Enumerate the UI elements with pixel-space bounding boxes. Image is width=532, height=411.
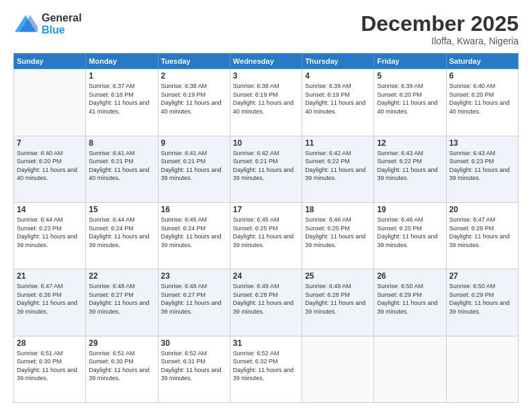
table-row: 3Sunrise: 6:38 AMSunset: 6:19 PMDaylight… [230, 69, 302, 136]
logo: General Blue [13, 12, 82, 36]
day-info: Sunrise: 6:48 AMSunset: 6:27 PMDaylight:… [161, 282, 227, 316]
table-row: 11Sunrise: 6:42 AMSunset: 6:22 PMDayligh… [302, 136, 374, 202]
col-friday: Friday [374, 54, 446, 69]
table-row: 2Sunrise: 6:38 AMSunset: 6:19 PMDaylight… [158, 69, 230, 136]
table-row [302, 336, 374, 402]
day-info: Sunrise: 6:41 AMSunset: 6:21 PMDaylight:… [89, 149, 154, 183]
col-thursday: Thursday [302, 54, 374, 69]
day-info: Sunrise: 6:47 AMSunset: 6:26 PMDaylight:… [17, 282, 83, 316]
day-number: 18 [305, 205, 371, 214]
day-info: Sunrise: 6:42 AMSunset: 6:22 PMDaylight:… [305, 149, 371, 183]
day-number: 11 [305, 138, 371, 148]
day-number: 6 [449, 71, 515, 81]
location: Iloffa, Kwara, Nigeria [361, 36, 519, 46]
col-monday: Monday [86, 54, 158, 69]
day-number: 22 [89, 271, 154, 281]
day-info: Sunrise: 6:42 AMSunset: 6:21 PMDaylight:… [233, 149, 299, 183]
day-number: 12 [377, 138, 443, 148]
day-number: 27 [449, 271, 515, 281]
table-row: 15Sunrise: 6:44 AMSunset: 6:24 PMDayligh… [86, 202, 158, 269]
day-info: Sunrise: 6:40 AMSunset: 6:20 PMDaylight:… [17, 149, 83, 183]
day-info: Sunrise: 6:38 AMSunset: 6:19 PMDaylight:… [161, 82, 227, 116]
table-row: 12Sunrise: 6:43 AMSunset: 6:22 PMDayligh… [374, 136, 446, 202]
day-info: Sunrise: 6:51 AMSunset: 6:30 PMDaylight:… [89, 349, 154, 383]
table-row: 26Sunrise: 6:50 AMSunset: 6:29 PMDayligh… [374, 269, 446, 336]
day-info: Sunrise: 6:43 AMSunset: 6:23 PMDaylight:… [449, 149, 515, 183]
day-info: Sunrise: 6:49 AMSunset: 6:28 PMDaylight:… [305, 282, 371, 316]
calendar-header-row: Sunday Monday Tuesday Wednesday Thursday… [14, 54, 519, 69]
day-info: Sunrise: 6:44 AMSunset: 6:24 PMDaylight:… [89, 216, 154, 249]
header: General Blue December 2025 Iloffa, Kwara… [13, 12, 519, 46]
day-info: Sunrise: 6:52 AMSunset: 6:32 PMDaylight:… [233, 349, 299, 383]
table-row: 21Sunrise: 6:47 AMSunset: 6:26 PMDayligh… [14, 269, 86, 336]
day-info: Sunrise: 6:46 AMSunset: 6:25 PMDaylight:… [377, 216, 443, 249]
day-info: Sunrise: 6:37 AMSunset: 6:18 PMDaylight:… [89, 82, 154, 116]
day-number: 20 [449, 205, 515, 214]
calendar-row: 7Sunrise: 6:40 AMSunset: 6:20 PMDaylight… [14, 136, 519, 202]
table-row: 6Sunrise: 6:40 AMSunset: 6:20 PMDaylight… [446, 69, 518, 136]
table-row: 10Sunrise: 6:42 AMSunset: 6:21 PMDayligh… [230, 136, 302, 202]
calendar-row: 14Sunrise: 6:44 AMSunset: 6:23 PMDayligh… [14, 202, 519, 269]
day-number: 25 [305, 271, 371, 281]
day-number: 21 [17, 271, 83, 281]
day-number: 10 [233, 138, 299, 148]
day-number: 9 [161, 138, 227, 148]
table-row: 24Sunrise: 6:49 AMSunset: 6:28 PMDayligh… [230, 269, 302, 336]
day-info: Sunrise: 6:46 AMSunset: 6:25 PMDaylight:… [305, 216, 371, 249]
day-number: 14 [17, 205, 83, 214]
day-number: 17 [233, 205, 299, 214]
table-row: 16Sunrise: 6:45 AMSunset: 6:24 PMDayligh… [158, 202, 230, 269]
day-info: Sunrise: 6:50 AMSunset: 6:29 PMDaylight:… [377, 282, 443, 316]
table-row: 13Sunrise: 6:43 AMSunset: 6:23 PMDayligh… [446, 136, 518, 202]
day-number: 28 [17, 338, 83, 348]
day-number: 23 [161, 271, 227, 281]
day-number: 2 [161, 71, 227, 81]
table-row: 14Sunrise: 6:44 AMSunset: 6:23 PMDayligh… [14, 202, 86, 269]
day-number: 8 [89, 138, 154, 148]
col-wednesday: Wednesday [230, 54, 302, 69]
day-info: Sunrise: 6:51 AMSunset: 6:30 PMDaylight:… [17, 349, 83, 383]
table-row: 22Sunrise: 6:48 AMSunset: 6:27 PMDayligh… [86, 269, 158, 336]
table-row: 29Sunrise: 6:51 AMSunset: 6:30 PMDayligh… [86, 336, 158, 402]
day-info: Sunrise: 6:45 AMSunset: 6:25 PMDaylight:… [233, 216, 299, 249]
day-number: 30 [161, 338, 227, 348]
logo-icon [13, 14, 38, 34]
day-number: 19 [377, 205, 443, 214]
table-row: 4Sunrise: 6:39 AMSunset: 6:19 PMDaylight… [302, 69, 374, 136]
table-row [14, 69, 86, 136]
calendar-table: Sunday Monday Tuesday Wednesday Thursday… [13, 53, 519, 403]
table-row: 28Sunrise: 6:51 AMSunset: 6:30 PMDayligh… [14, 336, 86, 402]
day-number: 5 [377, 71, 443, 81]
table-row: 20Sunrise: 6:47 AMSunset: 6:26 PMDayligh… [446, 202, 518, 269]
month-title: December 2025 [361, 12, 519, 36]
table-row [374, 336, 446, 402]
col-tuesday: Tuesday [158, 54, 230, 69]
day-info: Sunrise: 6:45 AMSunset: 6:24 PMDaylight:… [161, 216, 227, 249]
day-number: 29 [89, 338, 154, 348]
table-row [446, 336, 518, 402]
day-number: 1 [89, 71, 154, 81]
col-sunday: Sunday [14, 54, 86, 69]
calendar-row: 21Sunrise: 6:47 AMSunset: 6:26 PMDayligh… [14, 269, 519, 336]
logo-text: General Blue [42, 12, 82, 36]
day-info: Sunrise: 6:47 AMSunset: 6:26 PMDaylight:… [449, 216, 515, 249]
day-number: 4 [305, 71, 371, 81]
calendar-row: 1Sunrise: 6:37 AMSunset: 6:18 PMDaylight… [14, 69, 519, 136]
day-number: 13 [449, 138, 515, 148]
table-row: 31Sunrise: 6:52 AMSunset: 6:32 PMDayligh… [230, 336, 302, 402]
table-row: 7Sunrise: 6:40 AMSunset: 6:20 PMDaylight… [14, 136, 86, 202]
day-number: 16 [161, 205, 227, 214]
day-info: Sunrise: 6:41 AMSunset: 6:21 PMDaylight:… [161, 149, 227, 183]
day-number: 15 [89, 205, 154, 214]
day-info: Sunrise: 6:40 AMSunset: 6:20 PMDaylight:… [449, 82, 515, 116]
table-row: 18Sunrise: 6:46 AMSunset: 6:25 PMDayligh… [302, 202, 374, 269]
day-number: 24 [233, 271, 299, 281]
logo-blue: Blue [42, 24, 82, 36]
table-row: 9Sunrise: 6:41 AMSunset: 6:21 PMDaylight… [158, 136, 230, 202]
table-row: 27Sunrise: 6:50 AMSunset: 6:29 PMDayligh… [446, 269, 518, 336]
day-number: 26 [377, 271, 443, 281]
day-info: Sunrise: 6:49 AMSunset: 6:28 PMDaylight:… [233, 282, 299, 316]
day-info: Sunrise: 6:38 AMSunset: 6:19 PMDaylight:… [233, 82, 299, 116]
logo-general: General [42, 12, 82, 24]
table-row: 23Sunrise: 6:48 AMSunset: 6:27 PMDayligh… [158, 269, 230, 336]
